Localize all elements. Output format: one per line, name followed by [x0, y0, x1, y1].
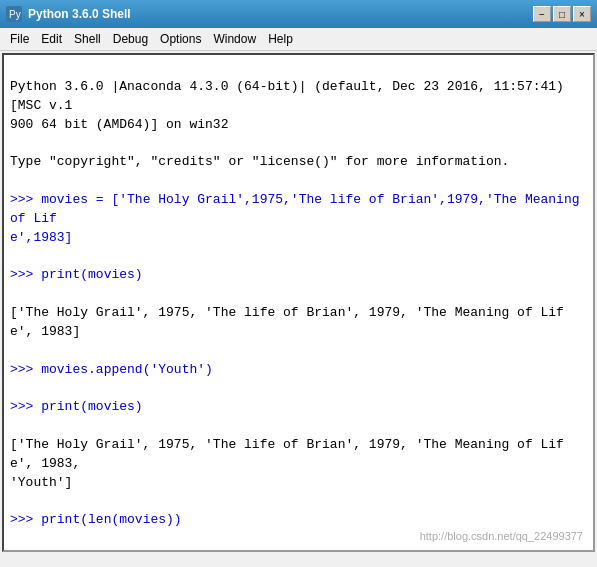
menu-edit[interactable]: Edit	[35, 30, 68, 48]
menu-file[interactable]: File	[4, 30, 35, 48]
window-controls: − □ ×	[533, 6, 591, 22]
maximize-button[interactable]: □	[553, 6, 571, 22]
menu-debug[interactable]: Debug	[107, 30, 154, 48]
menu-help[interactable]: Help	[262, 30, 299, 48]
python-icon: Py	[6, 6, 22, 22]
menu-bar: File Edit Shell Debug Options Window Hel…	[0, 28, 597, 51]
menu-options[interactable]: Options	[154, 30, 207, 48]
minimize-button[interactable]: −	[533, 6, 551, 22]
shell-text: Python 3.6.0 |Anaconda 4.3.0 (64-bit)| (…	[10, 59, 587, 552]
svg-text:Py: Py	[9, 9, 21, 20]
menu-window[interactable]: Window	[207, 30, 262, 48]
close-button[interactable]: ×	[573, 6, 591, 22]
window-title: Python 3.6.0 Shell	[28, 7, 131, 21]
title-bar: Py Python 3.6.0 Shell − □ ×	[0, 0, 597, 28]
shell-output[interactable]: Python 3.6.0 |Anaconda 4.3.0 (64-bit)| (…	[2, 53, 595, 552]
menu-shell[interactable]: Shell	[68, 30, 107, 48]
watermark-text: http://blog.csdn.net/qq_22499377	[420, 530, 583, 542]
